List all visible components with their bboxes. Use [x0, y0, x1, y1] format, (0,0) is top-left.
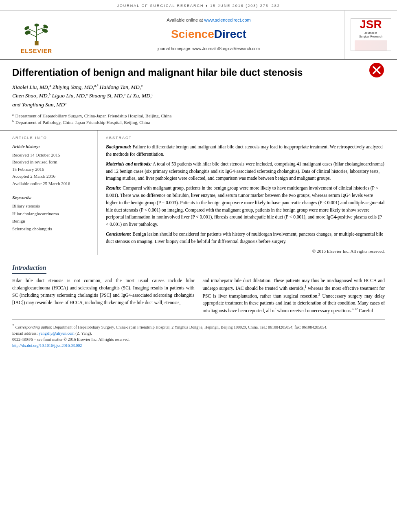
- available-date: Available online 25 March 2016: [12, 180, 91, 188]
- corresponding-author-note: * Corresponding author. Department of He…: [12, 322, 385, 330]
- jsr-logo: JSR Journal ofSurgical Research: [351, 18, 391, 51]
- corresponding-label: Corresponding author.: [15, 325, 53, 329]
- elsevier-text: ELSEVIER: [21, 47, 52, 55]
- footnotes: * Corresponding author. Department of He…: [12, 320, 385, 349]
- background-label: Background:: [106, 144, 132, 149]
- sciencedirect-section: Available online at www.sciencedirect.co…: [73, 11, 344, 59]
- abstract-results: Results: Compared with malignant group, …: [106, 185, 385, 228]
- right-column: ABSTRACT Background: Failure to differen…: [98, 130, 397, 255]
- keyword-4: Sclerosing cholangitis: [12, 225, 91, 233]
- affiliations: aDepartment of Hepatobiliary Surgery, Ch…: [12, 113, 385, 126]
- article-title: Differentiation of benign and malignant …: [12, 66, 368, 79]
- svg-rect-0: [35, 41, 38, 45]
- journal-header-text: JOURNAL OF SURGICAL RESEARCH ♦ 15 JUNE 2…: [117, 4, 280, 8]
- intro-text-col1: Hilar bile duct stenosis is not common, …: [12, 277, 195, 306]
- journal-header: JOURNAL OF SURGICAL RESEARCH ♦ 15 JUNE 2…: [0, 0, 397, 11]
- revised-date: Received in revised form15 February 2016: [12, 159, 91, 173]
- elsevier-logo: ELSEVIER: [20, 22, 53, 55]
- doi-note: http://dx.doi.org/10.1016/j.jss.2016.03.…: [12, 342, 385, 349]
- svg-point-8: [24, 25, 30, 31]
- keyword-3: Benign: [12, 217, 91, 225]
- intro-col1: Hilar bile duct stenosis is not common, …: [12, 277, 195, 315]
- svg-point-7: [41, 28, 48, 33]
- title-section: Differentiation of benign and malignant …: [0, 60, 397, 130]
- intro-text-col2: and intrahepatic bile duct dilatation. T…: [203, 277, 385, 315]
- abstract-conclusions: Conclusions: Benign lesion should be con…: [106, 231, 385, 245]
- received-date: Received 14 October 2015: [12, 152, 91, 159]
- jsr-decoration: [355, 40, 387, 50]
- crossmark: [368, 62, 385, 78]
- keywords-section: Keywords: Biliary stenosis Hilar cholang…: [12, 194, 91, 233]
- abstract-background: Background: Failure to differentiate ben…: [106, 143, 385, 158]
- jsr-subtitle: Journal ofSurgical Research: [359, 31, 382, 39]
- results-label: Results:: [106, 185, 121, 190]
- history-label: Article history:: [12, 143, 91, 150]
- copyright: © 2016 Elsevier Inc. All rights reserved…: [106, 248, 385, 255]
- crossmark-icon: [369, 63, 384, 77]
- elsevier-logo-section: ELSEVIER: [0, 11, 73, 59]
- abstract-label: ABSTRACT: [106, 135, 385, 141]
- sciencedirect-logo: ScienceDirect: [171, 26, 246, 42]
- svg-line-2: [29, 33, 36, 37]
- abstract-methods: Materials and methods: A total of 53 pat…: [106, 161, 385, 182]
- keyword-2: Hilar cholangiocarcinoma: [12, 210, 91, 218]
- article-info-label: ARTICLE INFO: [12, 135, 91, 141]
- keywords-label: Keywords:: [12, 194, 91, 201]
- crossmark-svg: [369, 63, 384, 77]
- svg-line-3: [37, 31, 44, 35]
- conclusions-label: Conclusions:: [106, 232, 132, 236]
- svg-point-9: [42, 24, 48, 29]
- affiliation-a: aDepartment of Hepatobiliary Surgery, Ch…: [12, 113, 385, 119]
- article-history: Article history: Received 14 October 201…: [12, 143, 91, 187]
- divider: [12, 191, 91, 191]
- article-info-abstract: ARTICLE INFO Article history: Received 1…: [0, 130, 397, 259]
- main-content: Introduction Hilar bile duct stenosis is…: [0, 259, 397, 353]
- email-link: yangzhy@aliyun.com: [39, 331, 75, 336]
- accepted-date: Accepted 2 March 2016: [12, 173, 91, 180]
- elsevier-tree-icon: [20, 22, 53, 46]
- svg-point-6: [24, 30, 31, 35]
- journal-homepage: journal homepage: www.JournalofSurgicalR…: [158, 46, 260, 52]
- sciencedirect-url: www.sciencedirect.com: [204, 18, 250, 22]
- banner: ELSEVIER Available online at www.science…: [0, 11, 397, 60]
- affiliation-b: bDepartment of Pathology, China-Japan Fr…: [12, 119, 385, 126]
- authors: Xiaolei Liu, MD,a Zhiying Yang, MD,a,* H…: [12, 83, 385, 109]
- email-note: E-mail address: yangzhy@aliyun.com (Z. Y…: [12, 330, 385, 336]
- jsr-logo-section: JSR Journal ofSurgical Research: [344, 11, 397, 59]
- intro-col2: and intrahepatic bile duct dilatation. T…: [203, 277, 385, 315]
- introduction-heading: Introduction: [12, 263, 46, 274]
- doi-link: http://dx.doi.org/10.1016/j.jss.2016.03.…: [12, 343, 82, 348]
- methods-label: Materials and methods:: [106, 161, 151, 166]
- available-online-text: Available online at www.sciencedirect.co…: [167, 17, 250, 23]
- svg-point-10: [34, 24, 39, 26]
- issn-note: 0022-4804/$ – see front matter © 2016 El…: [12, 336, 385, 342]
- jsr-letters: JSR: [360, 19, 382, 30]
- keyword-1: Biliary stenosis: [12, 202, 91, 210]
- introduction-body: Hilar bile duct stenosis is not common, …: [12, 277, 385, 315]
- left-column: ARTICLE INFO Article history: Received 1…: [0, 130, 98, 255]
- abstract-text: Background: Failure to differentiate ben…: [106, 143, 385, 255]
